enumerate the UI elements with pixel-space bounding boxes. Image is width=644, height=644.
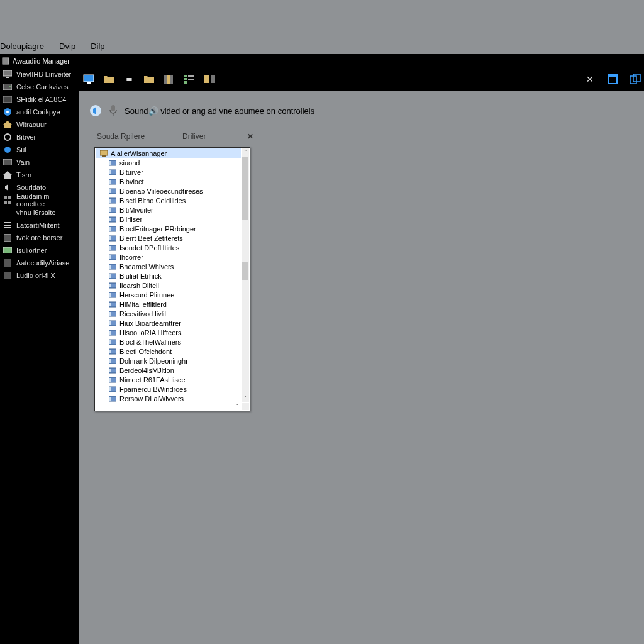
list-item[interactable]: Hisoo loRIA Hifteers — [96, 328, 241, 337]
scroll-right-icon[interactable]: ˅ — [233, 402, 241, 410]
list-item[interactable]: BloctEritnager PRrbinger — [96, 224, 241, 233]
list-item[interactable]: Bleetl Ofcichdont — [96, 347, 241, 356]
tab-2[interactable]: Driliver — [182, 132, 206, 141]
list-item[interactable]: Biscti Bitho Celdilides — [96, 196, 241, 205]
sidebar-item-15[interactable]: AatocudilyAiriase — [0, 257, 79, 269]
svg-rect-18 — [6, 77, 9, 78]
grid2-icon — [3, 208, 13, 218]
list-item[interactable]: HiMital efflitierd — [96, 299, 241, 309]
list-item[interactable]: Nimeet R61FAsHisce — [96, 375, 241, 384]
list-item[interactable]: Herscurd Plitunee — [96, 290, 241, 299]
list-item[interactable]: Isondet DPefHtirtes — [96, 243, 241, 252]
list-item[interactable]: Biuliat Etrhick — [96, 271, 241, 280]
svg-rect-47 — [109, 170, 111, 174]
mic-icon — [107, 104, 119, 117]
device-list[interactable]: AlalierWisannagersiuondBiturverBibvioctB… — [96, 148, 241, 402]
svg-rect-7 — [184, 78, 187, 80]
monitor-icon[interactable] — [83, 74, 94, 85]
device-icon — [108, 263, 117, 270]
svg-rect-33 — [4, 225, 11, 226]
sidebar-item-7[interactable]: Vain — [0, 156, 79, 169]
list-item[interactable]: Iioarsh Diiteil — [96, 280, 241, 290]
scroll-thumb-2[interactable] — [242, 262, 248, 280]
svg-rect-10 — [188, 79, 194, 80]
scroll-up-icon[interactable]: ˄ — [242, 148, 249, 156]
tab-1[interactable]: Souda Rpilere — [97, 132, 145, 141]
sidebar-item-label: Witraouur — [16, 121, 47, 128]
sidebar-item-label: Souridato — [16, 184, 46, 191]
sidebar-item-13[interactable]: tvok ore borser — [0, 231, 79, 244]
svg-point-23 — [6, 111, 9, 113]
menu-item-1[interactable]: Doleupiagre — [0, 42, 44, 51]
menu-item-3[interactable]: Dilp — [91, 42, 104, 51]
tab-icon — [3, 157, 13, 167]
list-item[interactable]: Bibvioct — [96, 177, 241, 186]
list-item[interactable]: Berdeoi4isMJition — [96, 365, 241, 375]
menu-item-2[interactable]: Dvip — [59, 42, 75, 51]
restore-icon[interactable] — [629, 73, 641, 86]
sidebar-item-16[interactable]: Ludio ori-fl X — [0, 269, 79, 282]
list-item[interactable]: Biturver — [96, 167, 241, 177]
sidebar-item-5[interactable]: Bibver — [0, 131, 79, 143]
list-item[interactable]: Fparnercu BWindroes — [96, 384, 241, 394]
sidebar-item-11[interactable]: vhnu l6rsalte — [0, 206, 79, 219]
list-item[interactable]: siuond — [96, 158, 241, 167]
toggle-icon[interactable] — [204, 74, 215, 85]
scroll-down-icon[interactable]: ˅ — [242, 394, 249, 402]
list-item[interactable]: Bneamel Whivers — [96, 262, 241, 271]
sidebar-item-12[interactable]: LatcartiMiitent — [0, 219, 79, 231]
svg-point-20 — [9, 86, 11, 87]
list-item[interactable]: Dolnrank Dilpeoninghr — [96, 356, 241, 365]
device-icon — [108, 367, 117, 374]
maximize-icon[interactable] — [606, 73, 619, 86]
device-icon — [108, 282, 117, 289]
list-item[interactable]: Hiux Bioardeamttrer — [96, 318, 241, 328]
svg-rect-75 — [109, 303, 111, 306]
list-item[interactable]: Biocl &ThelWaliners — [96, 337, 241, 347]
sidebar-item-label: vhnu l6rsalte — [16, 209, 55, 216]
folder2-icon[interactable] — [143, 74, 155, 85]
sidebar-item-2[interactable]: SHidik el A18C4 — [0, 93, 79, 106]
svg-rect-21 — [3, 96, 12, 103]
grid4-icon — [3, 258, 13, 268]
columns-icon[interactable] — [164, 74, 175, 85]
list-item[interactable]: BltiMivuiter — [96, 205, 241, 214]
sidebar-item-14[interactable]: Isuliortner — [0, 244, 79, 257]
svg-rect-32 — [4, 222, 11, 223]
titlebar: Awaudiio Manager — [0, 54, 644, 68]
sidebar-item-8[interactable]: Tisrn — [0, 169, 79, 181]
device-icon — [108, 291, 117, 299]
svg-rect-91 — [109, 378, 111, 382]
svg-rect-2 — [87, 82, 91, 84]
list-item[interactable]: Ihcorrer — [96, 252, 241, 262]
list-item-label: Bliriiser — [119, 216, 142, 223]
scroll-thumb[interactable] — [242, 157, 248, 220]
folder-icon[interactable] — [103, 74, 114, 85]
sidebar-item-label: Bibver — [16, 133, 36, 141]
list-item-label: HiMital efflitierd — [119, 301, 167, 308]
sidebar-item-4[interactable]: Witraouur — [0, 118, 79, 131]
list-icon[interactable]: ≣ — [123, 74, 135, 85]
sidebar-item-9[interactable]: Souridato — [0, 181, 79, 194]
close-icon[interactable]: ✕ — [584, 73, 596, 86]
list-item[interactable]: Blerrt Beet Zetiterets — [96, 233, 241, 243]
tree-icon[interactable] — [184, 74, 195, 85]
list-item[interactable]: Bliriiser — [96, 214, 241, 224]
list-item[interactable]: Ricevitivod livlil — [96, 309, 241, 318]
menubar: Doleupiagre Dvip Dilp — [0, 38, 120, 54]
sidebar-item-3[interactable]: audil Corikpye — [0, 106, 79, 118]
tab-close-icon[interactable]: ✕ — [247, 132, 253, 141]
sidebar-item-6[interactable]: Sul — [0, 143, 79, 156]
sidebar-item-0[interactable]: VievIIHB Liriveiter — [0, 68, 79, 80]
sidebar-item-label: tvok ore borser — [16, 234, 62, 242]
grid5-icon — [3, 270, 13, 280]
sidebar-item-1[interactable]: Celse Car kvives — [0, 80, 79, 93]
sidebar-item-label: LatcartiMiitent — [16, 221, 59, 229]
tree-root[interactable]: AlalierWisannager — [96, 148, 241, 158]
list-item-label: Biuliat Etrhick — [119, 272, 162, 280]
list-item[interactable]: Rersow DLalWivvers — [96, 394, 241, 402]
list-item[interactable]: Bloenab Viileoecundtireses — [96, 186, 241, 196]
sidebar-item-10[interactable]: Eaudain m comettee — [0, 194, 79, 206]
vertical-scrollbar[interactable]: ˄ ˅ — [242, 148, 249, 402]
svg-rect-42 — [100, 150, 108, 155]
